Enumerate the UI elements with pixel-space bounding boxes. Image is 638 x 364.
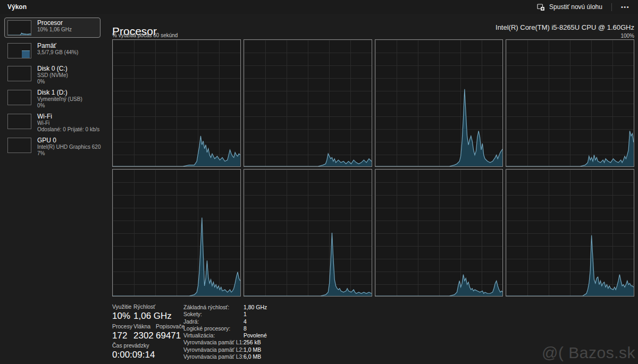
sidebar-item-disk0-type: SSD (NVMe) [37, 72, 68, 79]
memory-thumbnail-graph [7, 43, 31, 58]
sidebar-item-disk1-stats: 0% [37, 103, 82, 109]
disk0-thumbnail-graph [7, 66, 31, 81]
detail-l3-cache: Vyrovnávacia pamäť L3: 6,0 MB [183, 353, 267, 360]
processes-value: 172 [112, 330, 133, 341]
performance-sidebar: Procesor 10% 1,06 GHz Pamäť 3,5/7,9 GB (… [4, 18, 100, 156]
more-options-button[interactable]: ••• [617, 3, 634, 11]
sidebar-item-wifi-type: Wi-Fi [37, 120, 97, 126]
cpu-core-graph-grid [112, 39, 634, 297]
sidebar-item-gpu-type: Intel(R) UHD Graphics 620 [37, 144, 97, 150]
speed-value: 1,06 GHz [133, 310, 172, 321]
uptime-value: 0:00:09:14 [112, 349, 155, 360]
stats-row-3: Čas prevádzky 0:00:09:14 [112, 342, 155, 360]
memory-usage-block [22, 50, 30, 58]
graph-axis-max-label: 100% [620, 33, 634, 39]
sidebar-item-disk1-type: Vymeniteľný (USB) [37, 96, 82, 103]
disk1-thumbnail-graph [7, 90, 31, 105]
wifi-thumbnail-graph [7, 114, 31, 129]
detail-cores: Jadrá: 4 [183, 318, 267, 325]
cpu-thumbnail-graph [7, 20, 31, 36]
detail-l1-cache: Vyrovnávacia pamäť L1: 256 kB [183, 339, 267, 346]
sidebar-item-wifi[interactable]: Wi-Fi Wi-Fi Odoslané: 0 Prijaté: 0 kb/s [4, 111, 100, 132]
detail-l2-cache: Vyrovnávacia pamäť L2: 1,0 MB [183, 346, 267, 353]
detail-virtualization: Virtualizácia: Povolené [183, 332, 267, 339]
detail-logical-processors: Logické procesory: 8 [183, 325, 267, 332]
sidebar-item-wifi-label: Wi-Fi [37, 113, 97, 120]
stats-row-1: Využitie 10% Rýchlosť 1,06 GHz [112, 303, 172, 321]
sidebar-item-memory-stats: 3,5/7,9 GB (44%) [37, 49, 78, 56]
sidebar-item-cpu-label: Procesor [37, 19, 72, 27]
cpu-core-graph-7 [375, 169, 503, 297]
cpu-details-list: Základná rýchlosť: 1,80 GHz Sokety: 1 Ja… [183, 304, 267, 360]
speed-label: Rýchlosť [133, 303, 172, 310]
gpu-thumbnail-graph [7, 138, 31, 153]
bazos-watermark: @( Bazos.sk [542, 344, 635, 362]
handles-label: Popisovače [156, 323, 184, 330]
sidebar-item-disk1[interactable]: Disk 1 (D:) Vymeniteľný (USB) 0% [4, 87, 100, 108]
uptime-label: Čas prevádzky [112, 342, 155, 349]
threads-label: Vlákna [133, 323, 156, 330]
cpu-core-graph-8 [506, 169, 634, 297]
cpu-model-name: Intel(R) Core(TM) i5-8265U CPU @ 1.60GHz [496, 23, 634, 31]
sidebar-item-disk0-label: Disk 0 (C:) [37, 65, 68, 72]
usage-label: Využitie [112, 303, 133, 310]
sidebar-item-cpu[interactable]: Procesor 10% 1,06 GHz [4, 18, 100, 38]
run-new-task-label: Spustiť novú úlohu [549, 3, 602, 11]
cpu-core-graph-1 [112, 39, 241, 167]
stats-row-2: Procesy 172 Vlákna 2302 Popisovače 69471 [112, 323, 184, 341]
handles-value: 69471 [156, 330, 184, 341]
run-new-task-button[interactable]: Spustiť novú úlohu [533, 2, 607, 13]
sidebar-item-disk1-label: Disk 1 (D:) [37, 89, 82, 96]
cpu-core-graph-4 [506, 39, 634, 167]
detail-sockets: Sokety: 1 [183, 311, 267, 318]
cpu-core-graph-2 [244, 39, 372, 167]
sidebar-item-gpu-stats: 7% [37, 150, 97, 157]
page-title: Výkon [7, 3, 27, 11]
sidebar-item-cpu-stats: 10% 1,06 GHz [37, 27, 72, 33]
cpu-core-graph-3 [375, 39, 503, 167]
detail-base-speed: Základná rýchlosť: 1,80 GHz [183, 304, 267, 311]
cpu-core-graph-5 [112, 169, 241, 297]
sidebar-item-gpu[interactable]: GPU 0 Intel(R) UHD Graphics 620 7% [4, 135, 100, 156]
sidebar-item-disk0[interactable]: Disk 0 (C:) SSD (NVMe) 0% [4, 63, 100, 84]
sidebar-item-memory-label: Pamäť [37, 42, 78, 49]
graph-axis-label: % využitia počas 60 sekúnd [112, 32, 178, 38]
cpu-core-graph-6 [244, 169, 372, 297]
run-new-task-icon [537, 3, 545, 11]
topbar: Výkon Spustiť novú úlohu ••• [0, 0, 638, 14]
threads-value: 2302 [133, 330, 156, 341]
sidebar-item-gpu-label: GPU 0 [37, 137, 97, 144]
topbar-separator [611, 3, 612, 11]
sidebar-item-wifi-stats: Odoslané: 0 Prijaté: 0 kb/s [37, 126, 97, 133]
topbar-actions: Spustiť novú úlohu ••• [533, 2, 634, 13]
usage-value: 10% [112, 310, 133, 321]
sidebar-item-disk0-stats: 0% [37, 79, 68, 85]
sidebar-item-memory[interactable]: Pamäť 3,5/7,9 GB (44%) [4, 40, 100, 61]
processes-label: Procesy [112, 323, 133, 330]
